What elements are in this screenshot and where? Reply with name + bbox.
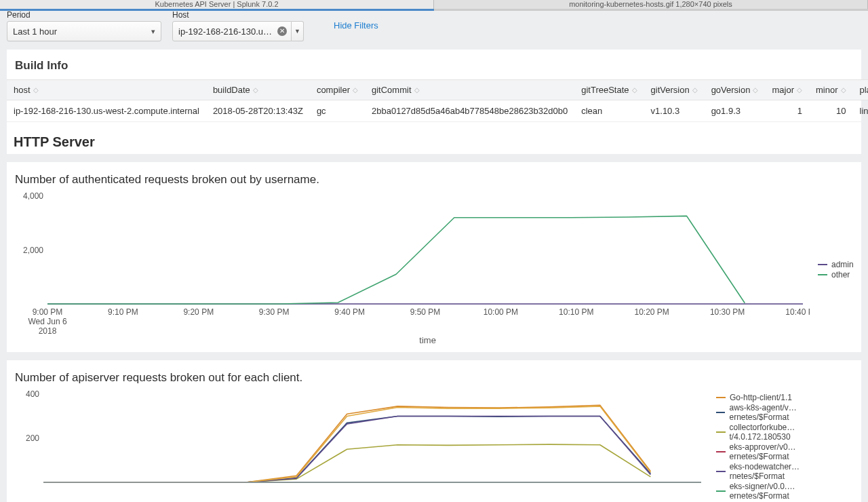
legend-dash-icon <box>716 397 726 398</box>
legend-item[interactable]: eks-approver/v0…ernetes/$Format <box>716 442 852 461</box>
legend-dash-icon <box>716 451 726 452</box>
table-header-row: host◇ buildDate◇ compiler◇ gitCommit◇ gi… <box>7 80 868 100</box>
legend-dash-icon <box>818 274 827 275</box>
svg-text:10:30 PM: 10:30 PM <box>710 307 745 317</box>
legend-item[interactable]: Go-http-client/1.1 <box>716 393 852 402</box>
clear-icon[interactable]: ✕ <box>277 26 287 36</box>
chart1-svg: 2,0004,0009:00 PM9:10 PM9:20 PM9:30 PM9:… <box>16 192 810 345</box>
tab-active-label: Kubernetes API Server | Splunk 7.0.2 <box>155 0 278 8</box>
filter-host-label: Host <box>172 10 304 20</box>
cell-major: 1 <box>765 100 809 122</box>
cell-platform: linux/amd64 <box>853 100 869 122</box>
tab-secondary-label: monitoring-kubernetes-hosts.gif 1,280×74… <box>569 0 732 8</box>
cell-goVersion: go1.9.3 <box>705 100 766 122</box>
legend-item[interactable]: eks-nodewatcher…rnetes/$Format <box>716 462 852 481</box>
host-token-dropdown[interactable]: ip-192-168-216-130.us-we… ✕ ▼ <box>172 21 304 41</box>
sort-icon: ◇ <box>353 86 358 94</box>
cell-gitVersion: v1.10.3 <box>644 100 705 122</box>
svg-text:9:40 PM: 9:40 PM <box>334 307 365 317</box>
legend-item[interactable]: aws-k8s-agent/v…ernetes/$Format <box>716 403 852 422</box>
col-goVersion[interactable]: goVersion◇ <box>705 80 766 100</box>
sort-icon: ◇ <box>753 86 758 94</box>
svg-text:10:10 PM: 10:10 PM <box>559 307 593 317</box>
build-info-table: host◇ buildDate◇ compiler◇ gitCommit◇ gi… <box>7 79 868 122</box>
col-host[interactable]: host◇ <box>7 80 206 100</box>
col-gitCommit[interactable]: gitCommit◇ <box>365 80 574 100</box>
filters-row: Period Last 1 hour ▾ Host ip-192-168-216… <box>0 10 868 50</box>
sort-icon: ◇ <box>414 86 420 94</box>
hide-filters-link[interactable]: Hide Filters <box>334 20 378 32</box>
host-token[interactable]: ip-192-168-216-130.us-we… ✕ <box>172 21 292 41</box>
chart2-wrap: 2004009:00 PM9:10 PM9:20 PM9:30 PM9:40 P… <box>7 387 861 502</box>
col-compiler[interactable]: compiler◇ <box>310 80 365 100</box>
svg-text:4,000: 4,000 <box>23 192 43 201</box>
legend-item[interactable]: collectorforkube…t/4.0.172.180530 <box>716 423 852 442</box>
cell-gitTreeState: clean <box>574 100 644 122</box>
legend-other[interactable]: other <box>818 270 854 279</box>
panel-chart-client-requests: Number of apiserver requests broken out … <box>7 360 861 502</box>
legend-dash-icon <box>818 264 827 265</box>
chart2-area[interactable]: 2004009:00 PM9:10 PM9:20 PM9:30 PM9:40 P… <box>16 390 708 502</box>
legend-item-label: eks-signer/v0.0.…ernetes/$Format <box>730 482 852 501</box>
chart1-wrap: 2,0004,0009:00 PM9:10 PM9:20 PM9:30 PM9:… <box>7 189 861 352</box>
cell-minor: 10 <box>809 100 853 122</box>
svg-text:9:20 PM: 9:20 PM <box>183 307 214 317</box>
legend-admin[interactable]: admin <box>818 260 854 269</box>
col-gitTreeState[interactable]: gitTreeState◇ <box>574 80 644 100</box>
col-major[interactable]: major◇ <box>765 80 809 100</box>
filter-period-label: Period <box>7 10 161 20</box>
svg-text:2,000: 2,000 <box>23 246 43 255</box>
svg-text:9:30 PM: 9:30 PM <box>259 307 290 317</box>
filter-host: Host ip-192-168-216-130.us-we… ✕ ▼ <box>172 10 304 41</box>
tab-progress-indicator <box>0 9 434 11</box>
legend-other-label: other <box>831 270 850 279</box>
chart2-legend: Go-http-client/1.1aws-k8s-agent/v…ernete… <box>708 390 852 502</box>
sort-icon: ◇ <box>841 86 846 94</box>
sort-icon: ◇ <box>797 86 802 94</box>
cell-host: ip-192-168-216-130.us-west-2.compute.int… <box>7 100 206 122</box>
cell-compiler: gc <box>310 100 365 122</box>
col-minor[interactable]: minor◇ <box>809 80 853 100</box>
svg-text:9:00 PM: 9:00 PM <box>33 307 63 317</box>
legend-item-label: collectorforkube…t/4.0.172.180530 <box>730 423 852 442</box>
tab-active[interactable]: Kubernetes API Server | Splunk 7.0.2 <box>0 0 434 9</box>
chart1-title: Number of authenticated requests broken … <box>7 162 861 189</box>
svg-text:400: 400 <box>26 390 39 399</box>
chart2-svg: 2004009:00 PM9:10 PM9:20 PM9:30 PM9:40 P… <box>16 390 708 485</box>
svg-text:10:00 PM: 10:00 PM <box>484 307 518 317</box>
legend-dash-icon <box>716 471 726 472</box>
col-platform[interactable]: platform◇ <box>853 80 869 100</box>
period-dropdown[interactable]: Last 1 hour ▾ <box>7 21 161 41</box>
svg-text:10:20 PM: 10:20 PM <box>635 307 669 317</box>
svg-text:10:40 PM: 10:40 PM <box>785 307 810 317</box>
svg-text:200: 200 <box>26 433 39 443</box>
legend-item-label: eks-approver/v0…ernetes/$Format <box>730 442 852 461</box>
legend-dash-icon <box>716 490 726 492</box>
col-gitVersion[interactable]: gitVersion◇ <box>644 80 705 100</box>
cell-gitCommit: 2bba0127d85d5a46ab4b778548be28623b32d0b0 <box>365 100 574 122</box>
host-token-value: ip-192-168-216-130.us-we… <box>178 26 273 37</box>
sort-icon: ◇ <box>253 86 258 94</box>
cell-buildDate: 2018-05-28T20:13:43Z <box>206 100 310 122</box>
legend-dash-icon <box>716 412 725 413</box>
section-http-server-title: HTTP Server <box>7 122 861 154</box>
filter-period: Period Last 1 hour ▾ <box>7 10 161 41</box>
panel-build-info: Build Info host◇ buildDate◇ compiler◇ gi… <box>7 50 861 154</box>
col-buildDate[interactable]: buildDate◇ <box>206 80 310 100</box>
legend-dash-icon <box>716 431 726 433</box>
chart1-legend: admin other <box>810 192 854 347</box>
legend-item-label: aws-k8s-agent/v…ernetes/$Format <box>729 403 852 422</box>
svg-text:9:10 PM: 9:10 PM <box>108 307 138 317</box>
sort-icon: ◇ <box>632 86 637 94</box>
chevron-down-icon: ▾ <box>151 27 155 36</box>
legend-item-label: eks-nodewatcher…rnetes/$Format <box>730 462 852 481</box>
legend-item[interactable]: eks-signer/v0.0.…ernetes/$Format <box>716 482 852 501</box>
period-dropdown-value: Last 1 hour <box>13 26 57 37</box>
tab-secondary[interactable]: monitoring-kubernetes-hosts.gif 1,280×74… <box>434 0 868 9</box>
svg-text:2018: 2018 <box>39 326 57 336</box>
chart1-area[interactable]: 2,0004,0009:00 PM9:10 PM9:20 PM9:30 PM9:… <box>16 192 810 347</box>
sort-icon: ◇ <box>692 86 698 94</box>
legend-admin-label: admin <box>831 260 854 269</box>
table-row[interactable]: ip-192-168-216-130.us-west-2.compute.int… <box>7 100 868 122</box>
host-dropdown-caret[interactable]: ▼ <box>292 21 304 41</box>
